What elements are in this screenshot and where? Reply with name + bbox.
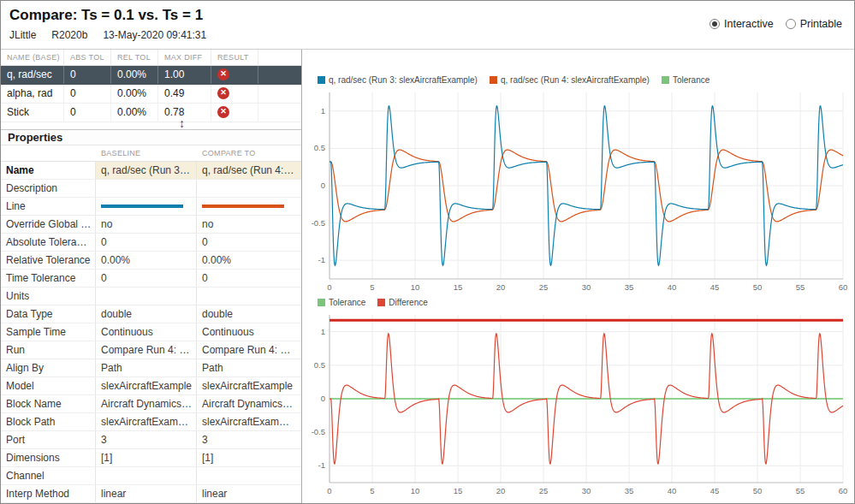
baseline-column-header: BASELINE [95, 145, 196, 161]
property-label: Time Tolerance [1, 270, 95, 287]
difference-plot[interactable]: 051015202530354045505560-1-0.500.51 [302, 310, 853, 503]
property-value [196, 180, 302, 197]
svg-text:5: 5 [370, 486, 374, 495]
release: R2020b [51, 29, 87, 41]
radio-interactive[interactable]: Interactive [710, 18, 774, 30]
property-label: Relative Tolerance [1, 252, 95, 269]
result-cell: ✕ [211, 66, 258, 84]
svg-text:20: 20 [496, 282, 506, 292]
property-value: q, rad/sec (Run 4:… [196, 162, 302, 179]
property-value: [1] [196, 449, 302, 466]
property-value [196, 288, 302, 305]
property-label-column-header [1, 145, 95, 161]
svg-text:35: 35 [625, 486, 634, 495]
property-label: Align By [1, 359, 95, 377]
svg-text:0: 0 [321, 394, 325, 403]
properties-table-body: Nameq, rad/sec (Run 3…q, rad/sec (Run 4:… [1, 162, 301, 503]
abs-tol-value: 0 [63, 85, 110, 103]
radio-printable-label: Printable [800, 18, 842, 30]
column-header-filler [258, 50, 301, 65]
fail-icon: ✕ [217, 68, 229, 80]
author: JLittle [9, 29, 36, 41]
report-meta: JLittle R2020b 13-May-2020 09:41:31 [9, 29, 846, 41]
property-value: Aircraft Dynamics… [95, 395, 196, 412]
property-label: Run [1, 341, 95, 359]
svg-text:1: 1 [321, 327, 325, 336]
svg-text:45: 45 [710, 282, 720, 292]
radio-printable[interactable]: Printable [786, 18, 842, 30]
svg-text:-0.5: -0.5 [312, 427, 325, 436]
property-row: Units [1, 288, 301, 305]
property-label: Absolute Tolera… [1, 234, 95, 251]
property-value: Aircraft Dynamics… [196, 395, 302, 412]
result-cell: ✕ [211, 85, 258, 103]
legend-item: q, rad/sec (Run 4: slexAircraftExample) [490, 75, 650, 85]
property-value: 3 [196, 431, 302, 448]
property-value: Compare Run 4: … [95, 341, 196, 359]
svg-text:25: 25 [539, 282, 549, 292]
signal-name: alpha, rad [1, 85, 63, 103]
property-label: Line [1, 198, 95, 215]
property-value: Continuous [196, 323, 302, 341]
compare-to-column-header: COMPARE TO [196, 145, 302, 161]
legend-item: Tolerance [318, 298, 365, 307]
property-label: Channel [1, 467, 95, 484]
property-value [95, 288, 196, 305]
svg-text:0: 0 [327, 282, 331, 292]
legend-label: q, rad/sec (Run 4: slexAircraftExample) [501, 75, 650, 85]
comparison-table: NAME (BASE) ABS TOL REL TOL MAX DIFF RES… [1, 50, 301, 122]
result-cell: ✕ [211, 104, 258, 122]
property-label: Dimensions [1, 449, 95, 466]
legend-swatch-icon [318, 299, 325, 306]
svg-text:35: 35 [625, 282, 634, 292]
property-label: Block Name [1, 395, 95, 412]
legend-swatch-icon [490, 76, 497, 84]
legend-swatch-icon [318, 76, 325, 84]
property-row: RunCompare Run 4: …Compare Run 4: … [1, 341, 301, 359]
svg-text:20: 20 [496, 486, 506, 495]
legend-label: q, rad/sec (Run 3: slexAircraftExample) [329, 75, 478, 85]
signal-row[interactable]: alpha, rad00.00%0.49✕ [1, 85, 301, 104]
compare-report-window: Compare: Ts = 0.1 vs. Ts = 1 JLittle R20… [0, 0, 855, 504]
signal-row[interactable]: Stick00.00%0.78✕ [1, 104, 301, 122]
property-label: Interp Method [1, 485, 95, 502]
property-row: Data Typedoubledouble [1, 305, 301, 323]
filler-cell [258, 66, 301, 84]
property-row: Block PathslexAircraftExam…slexAircraftE… [1, 413, 301, 431]
property-label: Name [1, 162, 95, 179]
column-header-max-diff: MAX DIFF [157, 50, 211, 65]
signals-plot[interactable]: 051015202530354045505560-1-0.500.51 [302, 87, 853, 299]
property-row: Align ByPathPath [1, 359, 301, 377]
rel-tol-value: 0.00% [110, 104, 157, 122]
legend-item: q, rad/sec (Run 3: slexAircraftExample) [318, 75, 478, 85]
properties-table-header: BASELINE COMPARE TO [1, 145, 301, 162]
property-value: double [196, 305, 302, 323]
svg-text:60: 60 [839, 486, 848, 495]
filler-cell [258, 104, 301, 122]
report-header: Compare: Ts = 0.1 vs. Ts = 1 JLittle R20… [1, 1, 854, 50]
legend-item: Difference [377, 298, 427, 307]
property-value: 0 [95, 234, 196, 251]
svg-text:15: 15 [454, 486, 463, 495]
signal-row[interactable]: q, rad/sec00.00%1.00✕ [1, 66, 301, 85]
svg-text:5: 5 [370, 282, 374, 292]
svg-text:25: 25 [539, 486, 549, 495]
abs-tol-value: 0 [63, 104, 110, 122]
property-value: 0 [196, 234, 302, 251]
property-label: Sample Time [1, 323, 95, 341]
signal-name: Stick [1, 104, 63, 122]
svg-text:10: 10 [411, 486, 420, 495]
column-header-name: NAME (BASE) [1, 50, 63, 65]
property-value [196, 467, 302, 484]
comparison-table-header: NAME (BASE) ABS TOL REL TOL MAX DIFF RES… [1, 50, 301, 66]
property-value [95, 467, 196, 484]
abs-tol-value: 0 [63, 66, 110, 84]
property-row: Description [1, 180, 301, 198]
svg-text:-1: -1 [318, 460, 325, 470]
property-value: linear [95, 485, 196, 502]
property-value: Path [95, 359, 196, 377]
line-style-cell [196, 198, 302, 215]
splitter-handle up-down-arrow-icon[interactable]: ↕ [179, 117, 185, 129]
column-header-abs-tol: ABS TOL [63, 50, 110, 65]
property-value: no [196, 216, 302, 233]
